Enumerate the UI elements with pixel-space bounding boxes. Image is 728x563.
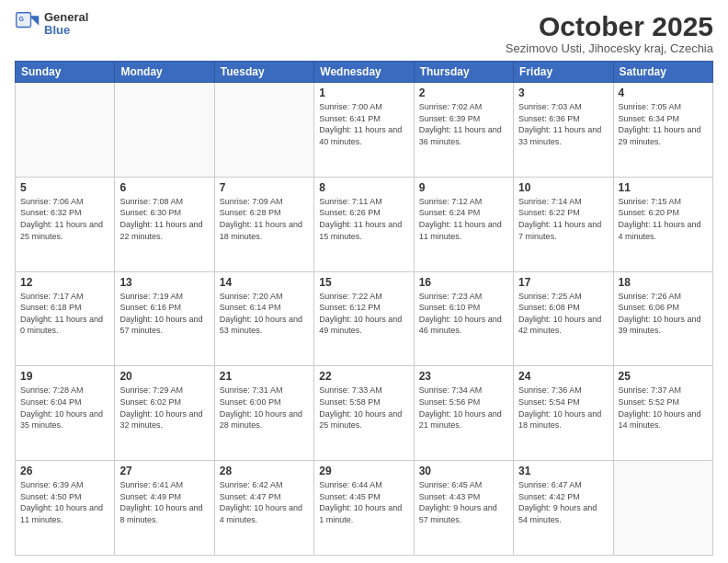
table-row: 17Sunrise: 7:25 AM Sunset: 6:08 PM Dayli… bbox=[514, 271, 613, 366]
day-info: Sunrise: 7:23 AM Sunset: 6:10 PM Dayligh… bbox=[419, 291, 508, 337]
day-number: 9 bbox=[419, 181, 508, 194]
day-number: 27 bbox=[119, 465, 209, 477]
day-info: Sunrise: 7:36 AM Sunset: 5:54 PM Dayligh… bbox=[518, 385, 608, 431]
table-row: 25Sunrise: 7:37 AM Sunset: 5:52 PM Dayli… bbox=[613, 366, 712, 461]
day-number: 28 bbox=[220, 465, 309, 477]
table-row: 4Sunrise: 7:05 AM Sunset: 6:34 PM Daylig… bbox=[613, 83, 712, 178]
day-number: 19 bbox=[20, 370, 109, 383]
day-number: 17 bbox=[518, 276, 608, 289]
table-row: 28Sunrise: 6:42 AM Sunset: 4:47 PM Dayli… bbox=[214, 461, 313, 556]
table-row: 23Sunrise: 7:34 AM Sunset: 5:56 PM Dayli… bbox=[414, 366, 513, 461]
table-row bbox=[214, 83, 313, 178]
day-number: 18 bbox=[619, 276, 708, 289]
table-row: 5Sunrise: 7:06 AM Sunset: 6:32 PM Daylig… bbox=[16, 177, 115, 271]
col-sunday: Sunday bbox=[16, 62, 115, 83]
day-number: 7 bbox=[220, 181, 309, 194]
table-row: 14Sunrise: 7:20 AM Sunset: 6:14 PM Dayli… bbox=[214, 271, 313, 366]
table-row: 19Sunrise: 7:28 AM Sunset: 6:04 PM Dayli… bbox=[16, 366, 115, 461]
col-monday: Monday bbox=[115, 62, 214, 83]
day-number: 11 bbox=[619, 181, 708, 194]
day-info: Sunrise: 6:44 AM Sunset: 4:45 PM Dayligh… bbox=[319, 479, 408, 525]
table-row: 10Sunrise: 7:14 AM Sunset: 6:22 PM Dayli… bbox=[514, 177, 613, 271]
day-number: 25 bbox=[619, 370, 708, 383]
table-row: 6Sunrise: 7:08 AM Sunset: 6:30 PM Daylig… bbox=[115, 177, 214, 271]
day-info: Sunrise: 7:09 AM Sunset: 6:28 PM Dayligh… bbox=[220, 196, 309, 242]
table-row: 30Sunrise: 6:45 AM Sunset: 4:43 PM Dayli… bbox=[414, 461, 513, 556]
day-number: 26 bbox=[20, 465, 109, 477]
day-info: Sunrise: 7:26 AM Sunset: 6:06 PM Dayligh… bbox=[619, 291, 708, 337]
col-friday: Friday bbox=[514, 62, 613, 83]
day-info: Sunrise: 7:31 AM Sunset: 6:00 PM Dayligh… bbox=[220, 385, 309, 431]
calendar-header-row: Sunday Monday Tuesday Wednesday Thursday… bbox=[16, 62, 713, 83]
day-info: Sunrise: 7:14 AM Sunset: 6:22 PM Dayligh… bbox=[518, 196, 608, 242]
calendar-week-row: 1Sunrise: 7:00 AM Sunset: 6:41 PM Daylig… bbox=[16, 83, 713, 178]
day-number: 24 bbox=[518, 370, 608, 383]
day-info: Sunrise: 7:37 AM Sunset: 5:52 PM Dayligh… bbox=[619, 385, 708, 431]
table-row: 15Sunrise: 7:22 AM Sunset: 6:12 PM Dayli… bbox=[314, 271, 414, 366]
day-number: 29 bbox=[319, 465, 408, 477]
table-row bbox=[16, 83, 115, 178]
day-number: 13 bbox=[119, 276, 209, 289]
day-info: Sunrise: 6:41 AM Sunset: 4:49 PM Dayligh… bbox=[119, 479, 209, 525]
day-info: Sunrise: 6:45 AM Sunset: 4:43 PM Dayligh… bbox=[419, 479, 508, 525]
day-number: 5 bbox=[20, 181, 109, 194]
table-row: 1Sunrise: 7:00 AM Sunset: 6:41 PM Daylig… bbox=[314, 83, 414, 178]
day-info: Sunrise: 7:08 AM Sunset: 6:30 PM Dayligh… bbox=[119, 196, 209, 242]
day-info: Sunrise: 6:47 AM Sunset: 4:42 PM Dayligh… bbox=[518, 479, 608, 525]
table-row bbox=[115, 83, 214, 178]
day-number: 12 bbox=[20, 276, 109, 289]
day-info: Sunrise: 7:29 AM Sunset: 6:02 PM Dayligh… bbox=[119, 385, 209, 431]
day-info: Sunrise: 7:33 AM Sunset: 5:58 PM Dayligh… bbox=[319, 385, 408, 431]
table-row: 7Sunrise: 7:09 AM Sunset: 6:28 PM Daylig… bbox=[214, 177, 313, 271]
table-row: 26Sunrise: 6:39 AM Sunset: 4:50 PM Dayli… bbox=[16, 461, 115, 556]
day-number: 10 bbox=[518, 181, 608, 194]
day-info: Sunrise: 7:05 AM Sunset: 6:34 PM Dayligh… bbox=[619, 101, 708, 147]
day-info: Sunrise: 7:17 AM Sunset: 6:18 PM Dayligh… bbox=[20, 291, 109, 337]
day-number: 8 bbox=[319, 181, 408, 194]
calendar-table: Sunday Monday Tuesday Wednesday Thursday… bbox=[15, 61, 713, 556]
table-row: 11Sunrise: 7:15 AM Sunset: 6:20 PM Dayli… bbox=[613, 177, 712, 271]
day-number: 14 bbox=[220, 276, 309, 289]
logo-text: General Blue bbox=[44, 11, 88, 38]
logo: G General Blue bbox=[15, 11, 88, 38]
day-info: Sunrise: 6:42 AM Sunset: 4:47 PM Dayligh… bbox=[220, 479, 309, 525]
calendar-week-row: 26Sunrise: 6:39 AM Sunset: 4:50 PM Dayli… bbox=[16, 461, 713, 556]
calendar-page: G General Blue October 2025 Sezimovo Ust… bbox=[0, 0, 728, 563]
day-number: 21 bbox=[220, 370, 309, 383]
table-row bbox=[613, 461, 712, 556]
col-saturday: Saturday bbox=[613, 62, 712, 83]
table-row: 3Sunrise: 7:03 AM Sunset: 6:36 PM Daylig… bbox=[514, 83, 613, 178]
logo-icon: G bbox=[15, 11, 40, 37]
day-number: 3 bbox=[518, 86, 608, 99]
day-info: Sunrise: 7:12 AM Sunset: 6:24 PM Dayligh… bbox=[419, 196, 508, 242]
day-info: Sunrise: 7:34 AM Sunset: 5:56 PM Dayligh… bbox=[419, 385, 508, 431]
day-info: Sunrise: 7:15 AM Sunset: 6:20 PM Dayligh… bbox=[619, 196, 708, 242]
header: G General Blue October 2025 Sezimovo Ust… bbox=[15, 11, 713, 55]
location: Sezimovo Usti, Jihocesky kraj, Czechia bbox=[506, 41, 713, 55]
day-info: Sunrise: 7:28 AM Sunset: 6:04 PM Dayligh… bbox=[20, 385, 109, 431]
calendar-week-row: 5Sunrise: 7:06 AM Sunset: 6:32 PM Daylig… bbox=[16, 177, 713, 271]
day-info: Sunrise: 7:06 AM Sunset: 6:32 PM Dayligh… bbox=[20, 196, 109, 242]
day-number: 4 bbox=[619, 86, 708, 99]
table-row: 20Sunrise: 7:29 AM Sunset: 6:02 PM Dayli… bbox=[115, 366, 214, 461]
svg-text:G: G bbox=[18, 17, 24, 23]
col-tuesday: Tuesday bbox=[214, 62, 313, 83]
day-number: 20 bbox=[119, 370, 209, 383]
day-info: Sunrise: 7:22 AM Sunset: 6:12 PM Dayligh… bbox=[319, 291, 408, 337]
day-number: 16 bbox=[419, 276, 508, 289]
table-row: 24Sunrise: 7:36 AM Sunset: 5:54 PM Dayli… bbox=[514, 366, 613, 461]
logo-blue: Blue bbox=[44, 24, 88, 37]
table-row: 12Sunrise: 7:17 AM Sunset: 6:18 PM Dayli… bbox=[16, 271, 115, 366]
table-row: 8Sunrise: 7:11 AM Sunset: 6:26 PM Daylig… bbox=[314, 177, 414, 271]
day-number: 6 bbox=[119, 181, 209, 194]
table-row: 22Sunrise: 7:33 AM Sunset: 5:58 PM Dayli… bbox=[314, 366, 414, 461]
calendar-week-row: 12Sunrise: 7:17 AM Sunset: 6:18 PM Dayli… bbox=[16, 271, 713, 366]
day-info: Sunrise: 7:00 AM Sunset: 6:41 PM Dayligh… bbox=[319, 101, 408, 147]
table-row: 13Sunrise: 7:19 AM Sunset: 6:16 PM Dayli… bbox=[115, 271, 214, 366]
month-title: October 2025 bbox=[506, 11, 713, 41]
calendar-week-row: 19Sunrise: 7:28 AM Sunset: 6:04 PM Dayli… bbox=[16, 366, 713, 461]
day-number: 23 bbox=[419, 370, 508, 383]
title-section: October 2025 Sezimovo Usti, Jihocesky kr… bbox=[506, 11, 713, 55]
day-number: 2 bbox=[419, 86, 508, 99]
day-info: Sunrise: 7:03 AM Sunset: 6:36 PM Dayligh… bbox=[518, 101, 608, 147]
